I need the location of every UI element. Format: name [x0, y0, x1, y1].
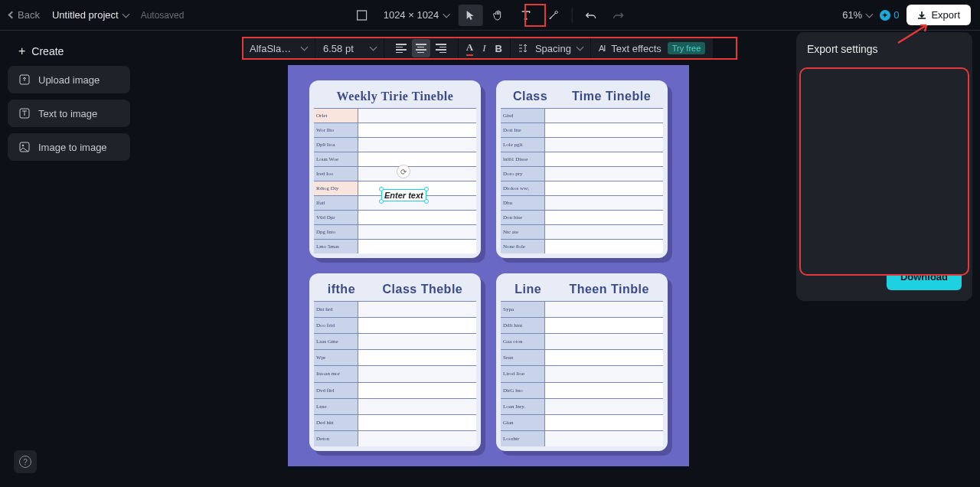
text-tool[interactable] [513, 5, 537, 26]
table-row: Wpr [314, 349, 476, 365]
row-cell [358, 240, 476, 253]
resize-handle-bl[interactable] [379, 199, 384, 204]
redo-icon [612, 11, 623, 20]
resize-tool[interactable] [350, 5, 374, 26]
text-to-image-icon [18, 107, 31, 119]
back-button[interactable]: Back [9, 9, 40, 21]
cursor-icon [466, 10, 475, 21]
table-row: Deton [314, 430, 476, 446]
row-label: Rdtog Diy [314, 181, 358, 195]
align-right-button[interactable] [432, 39, 450, 57]
row-label: Ddlt htnt [501, 318, 545, 333]
text-color-button[interactable]: A [466, 41, 473, 56]
row-cell [545, 167, 663, 181]
size-select[interactable]: 1x [807, 134, 962, 159]
download-button[interactable]: Download [887, 263, 962, 290]
export-settings-panel: Export settings File type JPEG Size 1x E… [796, 32, 972, 301]
export-option-radios: This canvas Selected l… [807, 185, 962, 210]
bold-button[interactable]: B [495, 43, 502, 54]
color-picker-tool[interactable] [541, 5, 565, 26]
row-cell [545, 211, 663, 224]
download-icon [917, 11, 926, 20]
text-icon [520, 10, 531, 21]
file-type-select[interactable]: JPEG [807, 83, 962, 108]
table-row: Ituoan mor [314, 365, 476, 381]
resize-handle-tr[interactable] [424, 187, 429, 191]
table-row: Lole pgli [501, 137, 663, 152]
canvas[interactable]: Weekly Tirie TinebleOrletWor IltoDp9 Ito… [288, 65, 689, 466]
table-row: Gaa oton [501, 333, 663, 349]
credits-display[interactable]: ✦ 0 [880, 9, 899, 21]
table-row: Lirod Itoe [501, 365, 663, 381]
align-left-button[interactable] [392, 39, 410, 57]
radio-export-all[interactable]: Export all … [807, 216, 879, 250]
rotate-handle[interactable]: ⟳ [397, 165, 410, 178]
row-label: Ifatl [314, 196, 358, 210]
text-effects-button[interactable]: AI Text effects Try free [591, 37, 713, 60]
table-row: Doo frid [314, 317, 476, 333]
chevron-down-icon [576, 44, 583, 51]
row-cell [545, 123, 663, 137]
sidebar-item-upload-image[interactable]: Upload image [8, 66, 130, 93]
row-label: Ntc ate [501, 225, 545, 239]
row-label: Diokos ww; [501, 181, 545, 195]
sidebar-item-label: Upload image [38, 74, 100, 86]
row-label: Lirod Itoe [501, 366, 545, 381]
table-row: Ded hitt [314, 414, 476, 430]
row-label: Gian [501, 415, 545, 430]
row-label: Dpg Into [314, 225, 358, 239]
radio-this-canvas[interactable]: This canvas [807, 185, 881, 210]
sidebar-item-image-to-image[interactable]: Image to image [8, 133, 130, 161]
table-row: Loun Woe [314, 152, 476, 166]
create-button[interactable]: + Create [8, 37, 130, 66]
undo-button[interactable] [578, 5, 603, 26]
hand-tool[interactable] [485, 5, 510, 26]
file-type-label: File type [807, 66, 962, 77]
upload-icon [18, 74, 31, 86]
font-size-dropdown[interactable]: 6.58 pt [315, 37, 384, 60]
row-cell [545, 334, 663, 349]
resize-handle-tl[interactable] [379, 187, 384, 191]
svg-rect-0 [358, 11, 367, 20]
row-cell [545, 138, 663, 152]
row-cell [545, 302, 663, 317]
project-title-dropdown[interactable]: Untitled project [52, 9, 129, 21]
row-cell [358, 383, 476, 398]
font-family-dropdown[interactable]: AlfaSlab… [242, 37, 315, 60]
zoom-dropdown[interactable]: 61% [842, 9, 872, 21]
sidebar-item-text-to-image[interactable]: Text to image [8, 100, 130, 127]
spacing-dropdown[interactable]: Spacing [511, 37, 591, 60]
align-center-button[interactable] [412, 39, 430, 57]
table-row: Diokos ww; [501, 181, 663, 195]
chevron-down-icon [369, 44, 377, 51]
row-cell [358, 399, 476, 414]
resize-handle-br[interactable] [424, 199, 429, 204]
table-row: Ntc ate [501, 224, 663, 239]
row-label: Doo frid [314, 318, 358, 333]
selected-text-element[interactable]: ⟳ Enter text [381, 189, 426, 201]
row-label: Lole pgli [501, 138, 545, 152]
table-row: Laas Gme [314, 333, 476, 349]
row-cell [545, 152, 663, 166]
row-label: Loun Woe [314, 152, 358, 166]
row-cell [358, 225, 476, 239]
row-label: Gisd [501, 109, 545, 123]
image-to-image-icon [18, 141, 31, 153]
row-cell [545, 196, 663, 210]
table-row: Dbu [501, 195, 663, 210]
export-button[interactable]: Export [906, 5, 971, 25]
row-label: Wpr [314, 350, 358, 365]
text-toolbar: AlfaSlab… 6.58 pt A I B Spacing AI Text … [242, 37, 713, 60]
timetable-title: LineTheen Tinble [501, 279, 663, 301]
svg-point-4 [22, 145, 24, 146]
canvas-dimensions[interactable]: 1024 × 1024 [377, 9, 456, 21]
radio-selected-layers[interactable]: Selected l… [887, 185, 962, 210]
radio-icon [896, 193, 905, 202]
select-tool[interactable] [458, 5, 482, 26]
redo-button[interactable] [606, 5, 630, 26]
help-button[interactable]: ? [14, 450, 37, 473]
row-label: V6d Dpr [314, 211, 358, 224]
italic-button[interactable]: I [482, 42, 485, 54]
row-cell [545, 383, 663, 398]
timetable-card: ClassTime TinebleGisdDoti ItteLole pglil… [496, 80, 668, 258]
